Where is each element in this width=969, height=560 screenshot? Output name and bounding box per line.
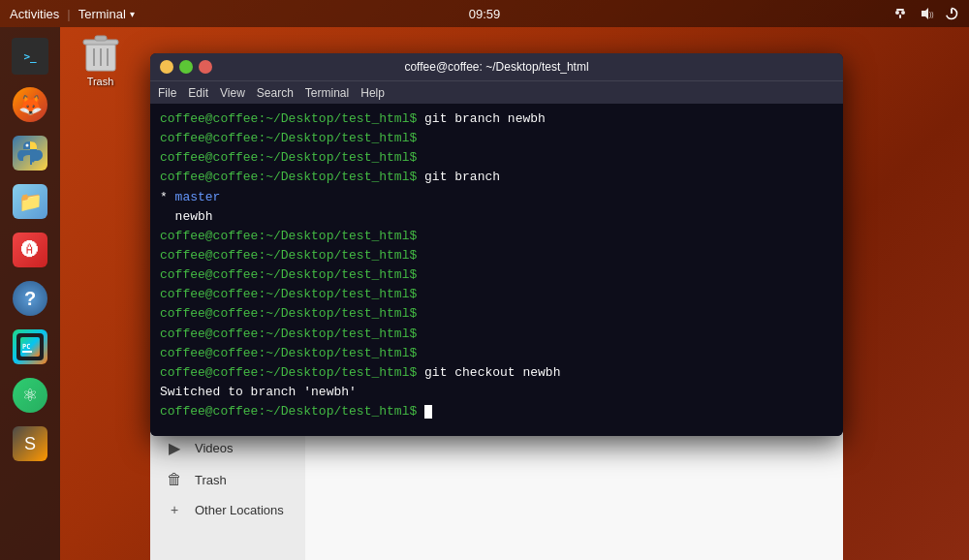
terminal-line-14: coffee@coffee:~/Desktop/test_html$ git c… bbox=[160, 363, 833, 383]
terminal-menubar: File Edit View Search Terminal Help bbox=[150, 80, 843, 104]
help-dock-icon: ? bbox=[13, 281, 47, 316]
menu-help[interactable]: Help bbox=[360, 86, 385, 100]
svg-marker-4 bbox=[922, 8, 928, 19]
svg-text:PC: PC bbox=[22, 343, 30, 351]
svg-rect-12 bbox=[22, 351, 32, 353]
maximize-button[interactable]: + bbox=[179, 60, 193, 74]
pycharm-dock-icon: PC bbox=[13, 329, 47, 364]
fm-other-label: Other Locations bbox=[195, 503, 284, 517]
terminal-window: – + × coffee@coffee: ~/Desktop/test_html… bbox=[150, 53, 843, 436]
terminal-line-12: coffee@coffee:~/Desktop/test_html$ bbox=[160, 325, 833, 344]
volume-icon[interactable]: )))) bbox=[919, 7, 934, 20]
svg-text:)))): )))) bbox=[929, 11, 934, 18]
terminal-menu-button[interactable]: Terminal ▾ bbox=[78, 7, 135, 21]
terminal-titlebar: – + × coffee@coffee: ~/Desktop/test_html bbox=[150, 53, 843, 80]
sidebar-item-files[interactable]: 📁 bbox=[9, 180, 51, 223]
sidebar-item-help[interactable]: ? bbox=[9, 277, 51, 320]
topbar: Activities | Terminal ▾ 09:59 bbox=[0, 0, 969, 27]
menu-search[interactable]: Search bbox=[257, 86, 294, 100]
svg-rect-3 bbox=[899, 15, 901, 18]
terminal-menu-caret: ▾ bbox=[130, 9, 135, 19]
appstore-dock-icon: 🅐 bbox=[13, 233, 47, 267]
terminal-line-15: Switched to branch 'newbh' bbox=[160, 383, 833, 402]
terminal-line-4: coffee@coffee:~/Desktop/test_html$ git b… bbox=[160, 168, 833, 187]
fm-sidebar: ▶ Videos 🗑 Trash + Other Locations bbox=[150, 424, 305, 560]
terminal-line-9: coffee@coffee:~/Desktop/test_html$ bbox=[160, 265, 833, 285]
sidebar-item-sublime[interactable]: S bbox=[9, 422, 51, 465]
menu-file[interactable]: File bbox=[158, 86, 176, 100]
close-button[interactable]: × bbox=[199, 60, 212, 74]
python-dock-icon bbox=[13, 136, 47, 171]
svg-point-0 bbox=[895, 11, 899, 15]
sidebar-item-appstore[interactable]: 🅐 bbox=[9, 229, 51, 271]
window-controls: – + × bbox=[160, 60, 212, 74]
terminal-line-8: coffee@coffee:~/Desktop/test_html$ bbox=[160, 246, 833, 265]
atom-dock-icon: ⚛ bbox=[13, 378, 47, 413]
fm-trash-icon: 🗑 bbox=[166, 471, 183, 488]
sidebar-item-atom[interactable]: ⚛ bbox=[9, 374, 51, 417]
firefox-dock-icon: 🦊 bbox=[13, 87, 47, 122]
sidebar-item-python[interactable] bbox=[9, 132, 51, 174]
topbar-clock: 09:59 bbox=[469, 7, 501, 21]
topbar-left: Activities | Terminal ▾ bbox=[10, 7, 135, 21]
trash-label: Trash bbox=[87, 76, 114, 87]
videos-icon: ▶ bbox=[166, 439, 183, 457]
topbar-right: )))) bbox=[891, 6, 959, 21]
terminal-title: coffee@coffee: ~/Desktop/test_html bbox=[404, 60, 588, 74]
fm-videos-label: Videos bbox=[195, 441, 234, 455]
terminal-line-13: coffee@coffee:~/Desktop/test_html$ bbox=[160, 344, 833, 363]
terminal-line-7: coffee@coffee:~/Desktop/test_html$ bbox=[160, 227, 833, 246]
sidebar-dock: >_ 🦊 📁 🅐 ? bbox=[0, 27, 60, 560]
terminal-cursor bbox=[424, 405, 432, 419]
svg-point-9 bbox=[32, 160, 35, 163]
network-icon[interactable] bbox=[891, 7, 909, 20]
fm-content-area bbox=[305, 424, 843, 560]
svg-point-1 bbox=[901, 11, 905, 15]
desktop: Activities | Terminal ▾ 09:59 bbox=[0, 0, 969, 560]
files-dock-icon: 📁 bbox=[13, 184, 47, 219]
fm-sidebar-item-videos[interactable]: ▶ Videos bbox=[150, 432, 305, 464]
svg-rect-2 bbox=[896, 9, 904, 11]
terminal-line-1: coffee@coffee:~/Desktop/test_html$ git b… bbox=[160, 109, 833, 129]
terminal-dock-icon: >_ bbox=[12, 38, 48, 75]
trash-icon bbox=[78, 29, 124, 76]
power-icon[interactable] bbox=[944, 6, 959, 21]
terminal-line-10: coffee@coffee:~/Desktop/test_html$ bbox=[160, 285, 833, 304]
file-manager-panel: ▶ Videos 🗑 Trash + Other Locations bbox=[150, 424, 843, 560]
other-locations-icon: + bbox=[166, 502, 183, 517]
terminal-line-5: * master bbox=[160, 188, 833, 207]
activities-button[interactable]: Activities bbox=[10, 7, 59, 21]
svg-point-8 bbox=[26, 144, 29, 147]
fm-sidebar-item-other[interactable]: + Other Locations bbox=[150, 495, 305, 524]
terminal-menu-label: Terminal bbox=[78, 7, 126, 21]
menu-view[interactable]: View bbox=[220, 86, 245, 100]
minimize-button[interactable]: – bbox=[160, 60, 173, 74]
terminal-line-11: coffee@coffee:~/Desktop/test_html$ bbox=[160, 304, 833, 324]
menu-terminal[interactable]: Terminal bbox=[305, 86, 349, 100]
desktop-icon-trash[interactable]: Trash bbox=[74, 29, 127, 87]
terminal-line-2: coffee@coffee:~/Desktop/test_html$ bbox=[160, 129, 833, 148]
fm-body: ▶ Videos 🗑 Trash + Other Locations bbox=[150, 424, 843, 560]
fm-trash-label: Trash bbox=[195, 473, 227, 487]
terminal-line-3: coffee@coffee:~/Desktop/test_html$ bbox=[160, 148, 833, 168]
terminal-line-16: coffee@coffee:~/Desktop/test_html$ bbox=[160, 402, 833, 421]
sidebar-item-pycharm[interactable]: PC bbox=[9, 326, 51, 368]
sublime-dock-icon: S bbox=[13, 426, 47, 461]
terminal-line-6: newbh bbox=[160, 207, 833, 227]
svg-rect-16 bbox=[95, 36, 107, 41]
sidebar-item-terminal[interactable]: >_ bbox=[9, 35, 51, 78]
fm-sidebar-item-trash[interactable]: 🗑 Trash bbox=[150, 464, 305, 495]
sidebar-item-firefox[interactable]: 🦊 bbox=[9, 83, 51, 126]
menu-edit[interactable]: Edit bbox=[188, 86, 208, 100]
terminal-body[interactable]: coffee@coffee:~/Desktop/test_html$ git b… bbox=[150, 104, 843, 436]
